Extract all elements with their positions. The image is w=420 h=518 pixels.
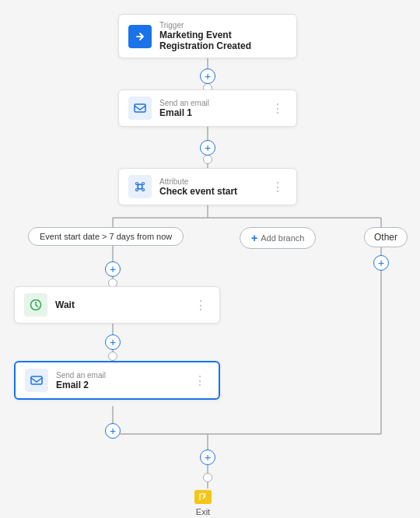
exit-icon xyxy=(194,490,212,504)
plus-button-2[interactable]: + xyxy=(200,140,215,156)
other-branch-label: Other xyxy=(374,232,397,243)
svg-point-24 xyxy=(138,184,142,189)
plus-button-5[interactable]: + xyxy=(105,423,121,439)
attribute-title: Check event start xyxy=(159,186,237,197)
email2-node: Send an email Email 2 ⋮ xyxy=(14,361,220,400)
svg-point-28 xyxy=(142,189,145,191)
attribute-icon xyxy=(128,175,152,198)
email1-node: Send an email Email 1 ⋮ xyxy=(118,89,297,127)
plus-button-bottom[interactable]: + xyxy=(200,450,215,465)
email2-title: Email 2 xyxy=(56,380,106,390)
wait-text: Wait xyxy=(55,299,75,310)
circle-connector-4 xyxy=(108,352,117,361)
svg-point-26 xyxy=(142,183,145,185)
email1-icon xyxy=(128,96,152,120)
email2-text: Send an email Email 2 xyxy=(56,371,106,390)
circle-connector-bottom xyxy=(203,473,212,482)
email2-icon xyxy=(25,369,48,392)
email1-label: Send an email xyxy=(159,99,209,107)
attribute-node: Attribute Check event start ⋮ xyxy=(118,168,297,205)
wait-icon xyxy=(24,293,47,317)
other-branch-pill[interactable]: Other xyxy=(364,227,408,247)
attribute-text: Attribute Check event start xyxy=(159,177,237,197)
event-branch-label: Event start date > 7 days from now xyxy=(40,232,172,241)
add-branch-pill[interactable]: + Add branch xyxy=(240,227,316,249)
email2-menu[interactable]: ⋮ xyxy=(191,372,209,390)
circle-connector-2 xyxy=(203,155,212,164)
wait-node: Wait ⋮ xyxy=(14,286,220,324)
trigger-icon xyxy=(128,25,152,48)
workflow-canvas: Trigger Marketing Event Registration Cre… xyxy=(0,0,420,518)
event-branch-pill[interactable]: Event start date > 7 days from now xyxy=(28,227,184,246)
wait-title: Wait xyxy=(55,299,75,310)
svg-rect-30 xyxy=(31,376,42,384)
email1-menu[interactable]: ⋮ xyxy=(268,100,287,117)
wait-menu[interactable]: ⋮ xyxy=(191,296,210,314)
trigger-title: Marketing Event Registration Created xyxy=(159,30,287,51)
trigger-label: Trigger xyxy=(159,21,287,30)
svg-rect-23 xyxy=(135,104,145,112)
plus-button-other[interactable]: + xyxy=(373,255,389,271)
exit-label: Exit xyxy=(196,507,210,516)
email2-label: Send an email xyxy=(56,371,106,380)
add-branch-label: Add branch xyxy=(261,233,304,243)
exit-node: Exit xyxy=(194,490,212,516)
email1-title: Email 1 xyxy=(159,107,209,118)
plus-button-4[interactable]: + xyxy=(105,334,121,350)
plus-button-3[interactable]: + xyxy=(105,261,121,277)
attribute-label: Attribute xyxy=(159,177,237,186)
trigger-text: Trigger Marketing Event Registration Cre… xyxy=(159,21,287,51)
svg-point-27 xyxy=(136,189,138,191)
plus-button-1[interactable]: + xyxy=(200,68,215,84)
email1-text: Send an email Email 1 xyxy=(159,99,209,118)
attribute-menu[interactable]: ⋮ xyxy=(268,178,287,196)
svg-point-25 xyxy=(136,183,138,185)
add-branch-plus-icon: + xyxy=(251,232,257,244)
trigger-node: Trigger Marketing Event Registration Cre… xyxy=(118,14,297,58)
